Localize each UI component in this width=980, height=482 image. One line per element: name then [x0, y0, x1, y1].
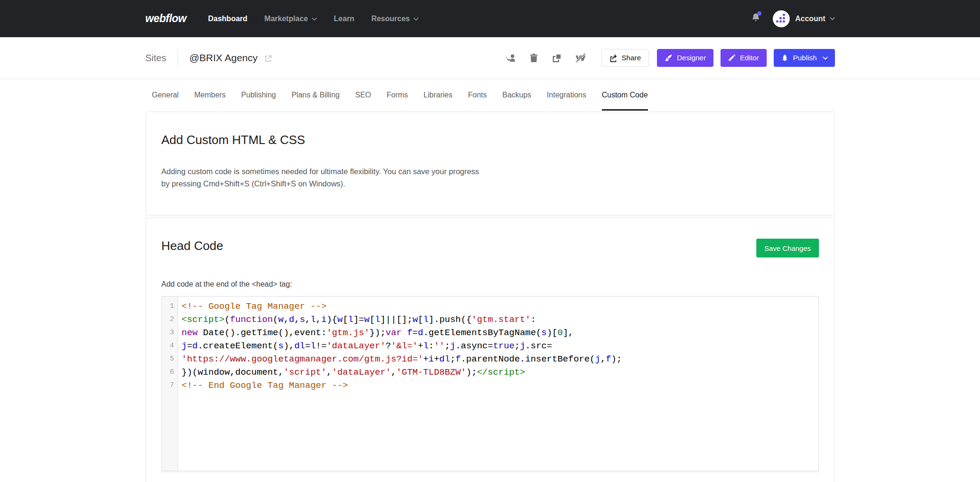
share-label: Share: [622, 54, 641, 62]
head-code-editor[interactable]: 1234567 <!-- Google Tag Manager --><scri…: [162, 296, 819, 471]
tab-members[interactable]: Members: [194, 79, 226, 111]
line-number: 5: [162, 353, 178, 366]
head-code-card: Head Code Save Changes Add code at the e…: [146, 217, 835, 482]
account-avatar[interactable]: [773, 10, 790, 27]
chevron-down-icon: [830, 17, 835, 20]
line-number: 3: [162, 326, 178, 339]
nav-item-resources[interactable]: Resources: [371, 15, 419, 23]
primary-nav: DashboardMarketplaceLearnResources: [208, 15, 419, 23]
settings-tabs-row: GeneralMembersPublishingPlans & BillingS…: [0, 79, 980, 111]
tab-plans-billing[interactable]: Plans & Billing: [292, 79, 340, 111]
line-number: 4: [162, 339, 178, 353]
main-content: Add Custom HTML & CSS Adding custom code…: [146, 112, 835, 482]
nav-item-learn[interactable]: Learn: [334, 15, 355, 23]
publish-label: Publish: [793, 54, 817, 62]
webflow-logo[interactable]: webflow: [146, 12, 186, 25]
tab-publishing[interactable]: Publishing: [241, 79, 276, 111]
nav-item-label: Resources: [371, 15, 410, 23]
line-number: 2: [162, 313, 178, 326]
share-button[interactable]: Share: [601, 49, 649, 67]
code-line: 'https://www.googletagmanager.com/gtm.js…: [182, 353, 622, 366]
pencil-icon: [728, 54, 736, 62]
intro-card: Add Custom HTML & CSS Adding custom code…: [146, 112, 835, 216]
tab-backups[interactable]: Backups: [502, 79, 531, 111]
tab-integrations[interactable]: Integrations: [547, 79, 586, 111]
line-number: 1: [162, 300, 178, 313]
nav-item-label: Marketplace: [264, 15, 308, 23]
top-nav: webflow DashboardMarketplaceLearnResourc…: [0, 0, 980, 37]
tab-custom-code[interactable]: Custom Code: [602, 79, 648, 111]
notifications-button[interactable]: [751, 13, 761, 24]
tab-seo[interactable]: SEO: [355, 79, 371, 111]
duplicate-icon: [551, 53, 562, 64]
delete-site-button[interactable]: [529, 53, 539, 63]
tab-fonts[interactable]: Fonts: [468, 79, 487, 111]
transfer-site-icon: [505, 53, 516, 64]
intro-description-line-1: Adding custom code is sometimes needed f…: [162, 165, 819, 177]
chevron-down-icon: [312, 17, 317, 21]
code-line: <script>(function(w,d,s,l,i){w[l]=w[l]||…: [182, 313, 622, 326]
account-label[interactable]: Account: [795, 15, 826, 23]
code-line: j=d.createElement(s),dl=l!='dataLayer'?'…: [182, 339, 622, 353]
publish-button[interactable]: Publish: [774, 49, 835, 67]
unpublish-icon: [575, 53, 587, 63]
unpublish-site-button[interactable]: [575, 53, 587, 63]
tab-forms[interactable]: Forms: [387, 79, 408, 111]
head-code-field-label: Add code at the end of the <head> tag:: [162, 280, 819, 289]
editor-button[interactable]: Editor: [721, 49, 767, 67]
tabs: GeneralMembersPublishingPlans & BillingS…: [152, 79, 835, 111]
designer-button[interactable]: Designer: [657, 49, 713, 67]
nav-item-label: Learn: [334, 15, 355, 23]
site-actions: Share Designer Editor Pub: [505, 49, 835, 67]
code-line: })(window,document,'script','dataLayer',…: [182, 366, 622, 379]
chevron-down-icon: [823, 56, 828, 60]
code-line: <!-- Google Tag Manager -->: [182, 300, 622, 313]
site-name: @BRIX Agency: [189, 52, 258, 64]
designer-label: Designer: [677, 54, 706, 62]
line-number: 7: [162, 379, 178, 392]
head-code-title: Head Code: [162, 239, 224, 253]
nav-item-label: Dashboard: [208, 15, 248, 23]
duplicate-site-button[interactable]: [551, 53, 562, 64]
editor-code: <!-- Google Tag Manager --><script>(func…: [178, 297, 622, 471]
nav-item-marketplace[interactable]: Marketplace: [264, 15, 317, 23]
rocket-icon: [781, 54, 789, 62]
editor-gutter: 1234567: [162, 297, 178, 471]
site-header: Sites @BRIX Agency: [0, 37, 980, 79]
nav-item-dashboard[interactable]: Dashboard: [208, 15, 248, 23]
notification-dot: [757, 11, 761, 16]
code-line: new Date().getTime(),event:'gtm.js'});va…: [182, 326, 622, 339]
editor-label: Editor: [740, 54, 759, 62]
page-title: Add Custom HTML & CSS: [162, 133, 819, 147]
trash-icon: [529, 53, 539, 63]
share-icon: [609, 54, 617, 62]
breadcrumb-divider: [178, 49, 178, 66]
transfer-site-button[interactable]: [505, 53, 516, 64]
intro-description: Adding custom code is sometimes needed f…: [162, 165, 819, 190]
tab-libraries[interactable]: Libraries: [423, 79, 452, 111]
chevron-down-icon: [413, 17, 419, 21]
code-line: <!-- End Google Tag Manager -->: [182, 379, 622, 392]
save-changes-button[interactable]: Save Changes: [756, 239, 818, 257]
external-link-icon[interactable]: [264, 54, 273, 63]
paintbrush-icon: [664, 54, 672, 62]
tab-general[interactable]: General: [152, 79, 179, 111]
line-number: 6: [162, 366, 178, 379]
topnav-right: Account: [751, 10, 835, 27]
breadcrumb[interactable]: Sites: [146, 53, 166, 64]
intro-description-line-2: by pressing Cmd+Shift+S (Ctrl+Shift+S on…: [162, 177, 819, 190]
